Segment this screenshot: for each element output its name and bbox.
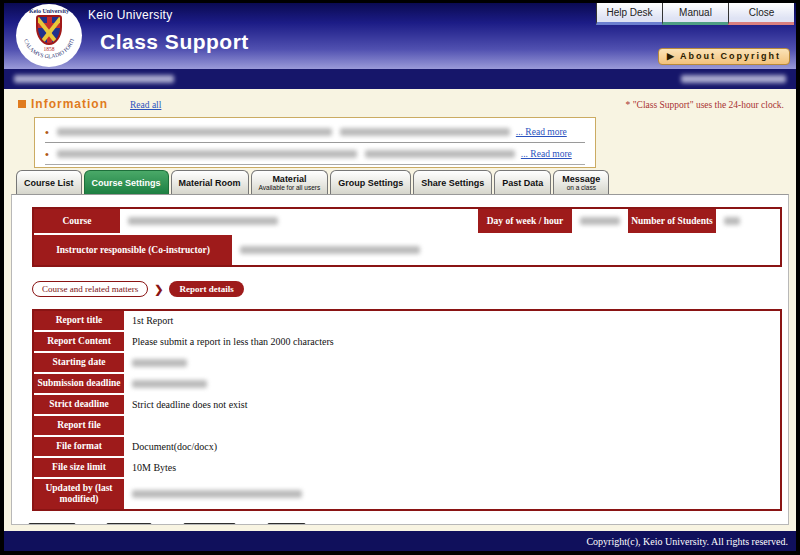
information-title: Information — [31, 97, 108, 111]
redacted-text — [240, 246, 420, 254]
row-value: Strict deadline does not exist — [126, 395, 780, 414]
redacted-text — [580, 217, 620, 225]
row-label: Report title — [34, 311, 126, 330]
help-desk-button[interactable]: Help Desk — [596, 3, 662, 25]
students-header: Number of Students — [628, 209, 718, 233]
row-value — [126, 416, 780, 435]
table-row: Report Content Please submit a report in… — [34, 332, 780, 353]
redacted-session-text — [14, 75, 174, 83]
app-window: Keio University 1858 CALAMVS GLADIO FORT… — [4, 3, 796, 551]
day-hour-value — [574, 209, 628, 233]
day-hour-header: Day of week / hour — [478, 209, 574, 233]
information-section: Information Read all * "Class Support" u… — [4, 89, 796, 168]
row-value: Please submit a report in less than 2000… — [126, 332, 780, 351]
redacted-text — [132, 380, 207, 388]
tab-group-settings[interactable]: Group Settings — [330, 170, 411, 194]
instructor-value — [234, 235, 780, 265]
table-row: Submission deadline — [34, 374, 780, 395]
tab-share-settings[interactable]: Share Settings — [413, 170, 492, 194]
report-details-table: Report title 1st Report Report Content P… — [32, 309, 782, 511]
close-button[interactable]: Close — [728, 3, 794, 25]
redacted-text — [57, 128, 332, 136]
table-row: Updated by (last modified) — [34, 479, 780, 509]
row-label: Report Content — [34, 332, 126, 351]
information-box: • ... Read more • ... Read more — [34, 117, 596, 168]
redacted-text — [132, 490, 302, 498]
row-label: Submission deadline — [34, 374, 126, 393]
table-row: File size limit 10M Bytes — [34, 458, 780, 479]
read-more-link[interactable]: ... Read more — [516, 127, 567, 137]
row-value: 1st Report — [126, 311, 780, 330]
breadcrumb-course-matters[interactable]: Course and related matters — [32, 281, 148, 297]
row-label: File format — [34, 437, 126, 456]
university-name: Keio University — [88, 8, 249, 22]
bullet-icon: • — [45, 148, 49, 160]
list-item: • ... Read more — [45, 121, 585, 143]
table-row: Strict deadline Strict deadline does not… — [34, 395, 780, 416]
bullet-icon: • — [45, 126, 49, 138]
redacted-text — [340, 128, 510, 136]
read-more-link[interactable]: ... Read more — [521, 149, 572, 159]
table-row: File format Document(doc/docx) — [34, 437, 780, 458]
redacted-text — [128, 217, 278, 225]
redacted-text — [57, 150, 357, 158]
chevron-right-icon: ❯ — [154, 283, 163, 296]
header: Keio University 1858 CALAMVS GLADIO FORT… — [4, 3, 796, 69]
tab-bar: Course List Course Settings Material Roo… — [4, 168, 796, 194]
course-header: Course — [34, 209, 122, 233]
redacted-text — [724, 217, 740, 225]
redacted-datetime-text — [681, 75, 786, 83]
tab-material-room[interactable]: Material Room — [171, 170, 249, 194]
logo-motto-arc: CALAMVS GLADIO FORTIOR — [16, 4, 82, 67]
list-item: • ... Read more — [45, 143, 585, 165]
tab-past-data[interactable]: Past Data — [494, 170, 551, 194]
about-copyright-button[interactable]: ▶ About Copyright — [658, 48, 790, 65]
row-value: Document(doc/docx) — [126, 437, 780, 456]
breadcrumb-report-details[interactable]: Report details — [169, 281, 243, 297]
clock-note: * "Class Support" uses the 24-hour clock… — [626, 100, 784, 110]
table-row: Starting date — [34, 353, 780, 374]
tab-course-settings[interactable]: Course Settings — [84, 170, 169, 194]
row-value — [126, 479, 780, 509]
row-label: File size limit — [34, 458, 126, 477]
table-row: Report title 1st Report — [34, 311, 780, 332]
redacted-text — [365, 150, 515, 158]
manual-button[interactable]: Manual — [662, 3, 728, 25]
session-bar — [4, 69, 796, 89]
breadcrumb: Course and related matters ❯ Report deta… — [32, 281, 782, 297]
logo-motto: CALAMVS GLADIO FORTIOR — [16, 4, 75, 59]
row-value: 10M Bytes — [126, 458, 780, 477]
row-value — [126, 374, 780, 393]
copyright-text: Copyright(c), Keio University. All right… — [586, 536, 788, 547]
main-content: Course Day of week / hour Number of Stud… — [11, 194, 789, 525]
footer: Copyright(c), Keio University. All right… — [4, 531, 796, 551]
row-value — [126, 353, 780, 372]
svg-text:CALAMVS GLADIO FORTIOR: CALAMVS GLADIO FORTIOR — [16, 4, 75, 59]
instructor-header: Instructor responsible (Co-instructor) — [34, 235, 234, 265]
header-buttons: Help Desk Manual Close — [596, 3, 794, 25]
tab-course-list[interactable]: Course List — [16, 170, 82, 194]
tab-material[interactable]: MaterialAvailable for all users — [251, 170, 329, 194]
tab-message[interactable]: Messageon a class — [553, 170, 609, 194]
header-titles: Keio University Class Support — [88, 8, 249, 54]
page-title: Class Support — [100, 30, 249, 54]
course-value — [122, 209, 478, 233]
redacted-text — [132, 359, 187, 367]
row-label: Updated by (last modified) — [34, 479, 126, 509]
table-row: Report file — [34, 416, 780, 437]
information-square-icon — [18, 100, 26, 108]
row-label: Strict deadline — [34, 395, 126, 414]
keio-logo: Keio University 1858 CALAMVS GLADIO FORT… — [16, 4, 82, 67]
row-label: Starting date — [34, 353, 126, 372]
row-label: Report file — [34, 416, 126, 435]
course-summary-table: Course Day of week / hour Number of Stud… — [32, 207, 782, 267]
read-all-link[interactable]: Read all — [130, 100, 161, 110]
students-value — [718, 209, 780, 233]
